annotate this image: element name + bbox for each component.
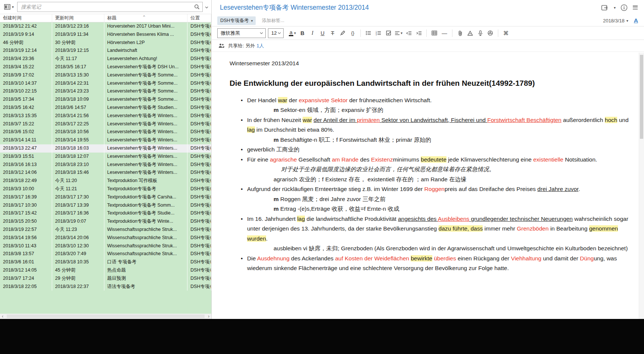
- tag-pill[interactable]: DSH专项备考 ▾: [217, 16, 256, 25]
- indent-button[interactable]: [414, 28, 424, 38]
- record-audio-button[interactable]: [475, 28, 485, 38]
- collapse-header-icon[interactable]: [632, 5, 638, 10]
- cell-created: 2018/3/5 17:34: [0, 95, 52, 104]
- table-row[interactable]: 2018/3/10 22:152018/3/14 23:23Leseverste…: [0, 87, 211, 95]
- cell-updated: 2018/3/14 19:55: [52, 136, 104, 144]
- cell-created: 2018/3/14 19:56: [0, 234, 52, 242]
- scroll-right-button[interactable]: ›: [208, 314, 209, 319]
- strikethrough-button[interactable]: T: [328, 28, 338, 38]
- cell-updated: 2018/3/18 10:35: [52, 258, 104, 266]
- table-row[interactable]: 2018/3/12 14:0545 分钟前热点命题DSH专项备考: [0, 266, 211, 275]
- italic-button[interactable]: I: [307, 28, 318, 38]
- header-cell-1[interactable]: 更新时间: [52, 14, 104, 22]
- table-row[interactable]: 2018/3/17 16:392018/3/17 17:30Textproduk…: [0, 193, 211, 201]
- search-icon[interactable]: [192, 4, 202, 10]
- text-segment: Düng: [580, 255, 594, 261]
- table-row[interactable]: 2018/3/19 22:57今天 11:23Wissenschaftsspra…: [0, 226, 211, 234]
- search-options-dropdown[interactable]: [203, 5, 210, 9]
- google-drive-button[interactable]: [465, 28, 475, 38]
- note-editor-panel: Leseverstehen专项备考 Wintersemester 2013/20…: [212, 0, 644, 319]
- note-title[interactable]: Leseverstehen专项备考 Wintersemester 2013/20…: [220, 3, 601, 12]
- share-note-icon[interactable]: [601, 4, 609, 11]
- table-row[interactable]: 2018/3/12 21:422018/3/12 23:16Horversteh…: [0, 22, 211, 31]
- table-row[interactable]: 2018/3/8 13:572018/3/20 7:49Wissenschaft…: [0, 250, 211, 258]
- table-row[interactable]: 2018/3/13 15:352018/3/14 21:56Leseverste…: [0, 112, 211, 120]
- cell-updated: 今天 11:17: [52, 55, 104, 63]
- text-segment: ausbleiben vi 缺席，未归; Grenzboden (Als Gre…: [274, 245, 628, 251]
- vertical-scrollbar-thumb[interactable]: [640, 55, 643, 139]
- highlighter-button[interactable]: [338, 28, 348, 38]
- table-row[interactable]: 2018/3/10 14:372018/3/14 22:31Leseverste…: [0, 79, 211, 88]
- table-row[interactable]: 2018/3/3 10:00今天 11:21Textproduktion专项备考…: [0, 185, 211, 193]
- note-body[interactable]: Wintersemester 2013/2014Die Entwicklung …: [212, 52, 639, 319]
- numbered-list-button[interactable]: 123: [373, 28, 383, 38]
- align-button[interactable]: ▾: [394, 28, 404, 38]
- content-block-def: m Beschäftigte-n 职工；f Forstwirtschaft 林业…: [230, 135, 629, 145]
- screenshot-button[interactable]: [485, 28, 495, 38]
- horizontal-scrollbar-thumb[interactable]: [7, 314, 205, 318]
- cell-title: 口语 专项备考: [104, 258, 188, 266]
- table-row[interactable]: 2018/3/13 22:472018/3/18 16:03Leseverste…: [0, 144, 211, 153]
- insert-table-button[interactable]: [429, 28, 439, 38]
- table-row[interactable]: 2018/3/4 15:222018/3/5 16:17Leseverstehe…: [0, 63, 211, 71]
- header-cell-2[interactable]: 标题^: [104, 14, 188, 22]
- info-icon[interactable]: [621, 4, 628, 11]
- text-segment: im Durchschnitt bei etwa 80%.: [255, 126, 334, 133]
- content-block-def: m Sektor-en 领域，方面；expansiv 扩张的: [230, 105, 629, 115]
- note-date-dropdown[interactable]: 2018/3/18 ▾: [603, 18, 628, 24]
- shortcuts-button[interactable]: ⌘: [501, 28, 511, 38]
- table-row[interactable]: 2018/3/16 16:132018/3/18 23:10Leseverste…: [0, 161, 211, 169]
- checkbox-button[interactable]: [383, 28, 394, 38]
- table-row[interactable]: 2018/3/5 16:422018/3/6 14:57Leseverstehe…: [0, 104, 211, 112]
- annotate-a-button[interactable]: A: [634, 17, 638, 24]
- cell-created: 2018/3/7 17:24: [0, 275, 52, 283]
- table-row[interactable]: 46 分钟前30 分钟前Hörverstehen L2PDSH专项备考: [0, 39, 211, 47]
- table-row[interactable]: 2018/3/6 16:012018/3/18 10:35口语 专项备考DSH专…: [0, 258, 211, 266]
- table-row[interactable]: 2018/3/15 20:502018/3/19 0:07Textprodukt…: [0, 217, 211, 226]
- table-row[interactable]: 2018/3/3 15:512018/3/18 12:07Leseversteh…: [0, 153, 211, 161]
- table-row[interactable]: 2018/3/14 19:562018/3/14 20:06Wissenscha…: [0, 234, 211, 242]
- table-row[interactable]: 2018/3/19 9:142018/3/19 11:34Hörverstehe…: [0, 31, 211, 39]
- bold-button[interactable]: B: [297, 28, 307, 38]
- horizontal-rule-button[interactable]: —: [439, 28, 449, 38]
- code-block-button[interactable]: {}: [348, 28, 358, 38]
- view-options-button[interactable]: ▾: [2, 3, 16, 11]
- cell-created: 2018/3/17 15:42: [0, 209, 52, 217]
- table-row[interactable]: 2018/3/6 15:022018/3/18 10:56Leseversteh…: [0, 128, 211, 136]
- cell-title: Wissenschaftssprachliche Struk...: [104, 226, 188, 234]
- add-tag-input[interactable]: 添加标签...: [262, 18, 284, 24]
- content-block-li: Die Ausdehnung des Ackerlandes auf Koste…: [230, 254, 629, 273]
- shared-count-link[interactable]: 1人: [256, 43, 264, 49]
- table-row[interactable]: 2018/3/19 12:142018/3/19 12:15Landwirtsc…: [0, 47, 211, 55]
- search-input[interactable]: [18, 4, 192, 10]
- table-row[interactable]: 2018/3/7 17:2429 分钟前题目预测DSH专项备考: [0, 275, 211, 283]
- underline-button[interactable]: U: [318, 28, 328, 38]
- cell-updated: 2018/3/19 12:15: [52, 47, 104, 55]
- font-family-select[interactable]: 微软雅黑: [217, 28, 266, 38]
- share-options-caret-icon[interactable]: ▾: [614, 6, 616, 10]
- table-row[interactable]: 2018/3/7 15:222018/3/17 22:25Leseversteh…: [0, 120, 211, 128]
- table-row[interactable]: 2018/3/18 22:052018/3/18 22:37语法专项备考DSH专…: [0, 283, 211, 291]
- vertical-scrollbar[interactable]: [639, 53, 644, 319]
- table-row[interactable]: 2018/3/9 17:022018/3/13 15:30Leseversteh…: [0, 71, 211, 79]
- font-size-select[interactable]: 12: [268, 28, 284, 38]
- attach-file-button[interactable]: [455, 28, 465, 38]
- scroll-left-button[interactable]: ‹: [2, 314, 3, 319]
- header-cell-0[interactable]: 创建时间: [0, 14, 52, 22]
- cell-title: Textproduktion专项备考: [104, 185, 188, 193]
- cell-updated: 2018/3/14 22:31: [52, 79, 104, 88]
- table-row[interactable]: 2018/3/10 11:432018/3/10 12:30Wissenscha…: [0, 242, 211, 250]
- table-row[interactable]: 2018/3/17 10:302018/3/17 13:39Textproduk…: [0, 201, 211, 210]
- horizontal-scrollbar[interactable]: ‹ ›: [0, 314, 211, 319]
- bullet-list-button[interactable]: [363, 28, 373, 38]
- table-row[interactable]: 2018/3/18 22:49今天 11:20Textproduktion 写作…: [0, 177, 211, 185]
- table-row[interactable]: 2018/3/5 17:342018/3/18 10:09Leseversteh…: [0, 95, 211, 104]
- table-row[interactable]: 2018/3/17 15:422018/3/17 16:36Textproduk…: [0, 209, 211, 217]
- table-row[interactable]: 2018/3/4 23:36今天 11:17Leseverstehen Acht…: [0, 55, 211, 63]
- font-color-button[interactable]: a ▾: [287, 28, 297, 38]
- table-row[interactable]: 2018/3/14 14:112018/3/14 19:55Leseverste…: [0, 136, 211, 144]
- table-row[interactable]: 2018/3/12 14:062018/3/18 15:46Leseverste…: [0, 169, 211, 177]
- cell-updated: 2018/3/19 0:07: [52, 217, 104, 226]
- outdent-button[interactable]: [404, 28, 414, 38]
- header-cell-3[interactable]: 位置: [187, 14, 211, 22]
